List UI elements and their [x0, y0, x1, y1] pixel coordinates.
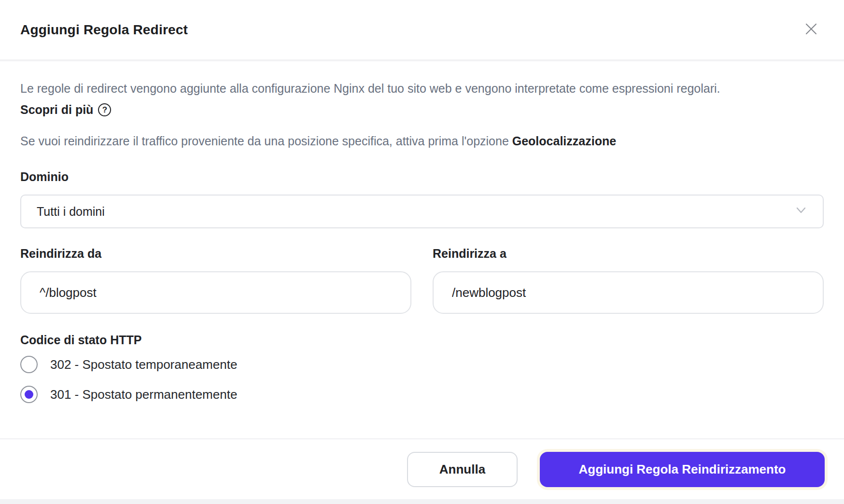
modal-footer: Annulla Aggiungi Regola Reindirizzamento — [0, 438, 844, 499]
http-status-label: Codice di stato HTTP — [20, 333, 824, 347]
question-mark-circle-icon: ? — [98, 103, 111, 116]
redirect-fields-row: Reindirizza da Reindirizza a — [20, 247, 824, 314]
redirect-from-input[interactable] — [20, 271, 411, 314]
redirect-to-input[interactable] — [433, 271, 824, 314]
add-redirect-rule-modal: Aggiungi Regola Redirect Le regole di re… — [0, 0, 844, 499]
redirect-to-label: Reindirizza a — [433, 247, 824, 261]
add-redirect-rule-button[interactable]: Aggiungi Regola Reindirizzamento — [540, 452, 825, 487]
learn-more-link[interactable]: Scopri di più ? — [20, 103, 111, 117]
intro-text: Le regole di redirect vengono aggiunte a… — [20, 77, 729, 100]
cancel-button[interactable]: Annulla — [407, 452, 518, 487]
http-status-options: 302 - Spostato temporaneamente 301 - Spo… — [20, 356, 824, 403]
radio-301[interactable]: 301 - Spostato permanentemente — [20, 386, 237, 403]
domain-field-group: Dominio Tutti i domini — [20, 170, 824, 228]
learn-more-label: Scopri di più — [20, 103, 93, 117]
close-icon — [804, 22, 818, 37]
redirect-from-label: Reindirizza da — [20, 247, 411, 261]
close-button[interactable] — [802, 20, 821, 40]
geolocation-bold: Geolocalizzazione — [512, 134, 616, 148]
radio-302[interactable]: 302 - Spostato temporaneamente — [20, 356, 237, 373]
geolocation-note: Se vuoi reindirizzare il traffico proven… — [20, 131, 824, 151]
chevron-down-icon — [794, 206, 808, 217]
radio-302-label: 302 - Spostato temporaneamente — [50, 357, 237, 372]
http-status-group: Codice di stato HTTP 302 - Spostato temp… — [20, 333, 824, 403]
radio-301-icon — [20, 386, 38, 403]
domain-select-value: Tutti i domini — [37, 205, 105, 219]
radio-302-icon — [20, 356, 38, 373]
page-title: Aggiungi Regola Redirect — [20, 22, 188, 38]
page-backdrop — [0, 499, 844, 504]
modal-header: Aggiungi Regola Redirect — [0, 0, 844, 61]
modal-body: Le regole di redirect vengono aggiunte a… — [0, 61, 844, 438]
domain-select[interactable]: Tutti i domini — [20, 195, 824, 228]
domain-label: Dominio — [20, 170, 824, 184]
radio-301-label: 301 - Spostato permanentemente — [50, 387, 237, 402]
redirect-to-group: Reindirizza a — [433, 247, 824, 314]
redirect-from-group: Reindirizza da — [20, 247, 411, 314]
